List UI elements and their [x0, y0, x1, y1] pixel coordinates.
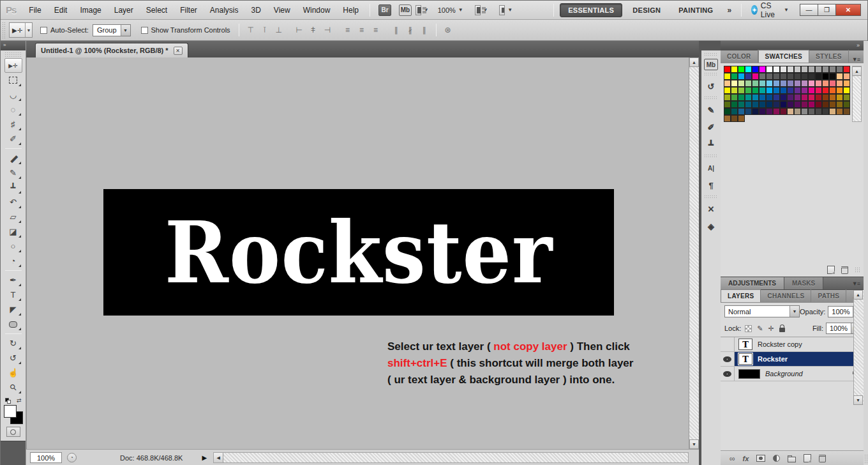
new-adjustment-layer-icon[interactable] [773, 455, 780, 462]
collapse-panels-icon[interactable]: » [857, 41, 860, 50]
chevron-down-icon[interactable]: ▼ [507, 7, 513, 13]
panel-menu-icon[interactable]: ▼≡ [852, 56, 864, 63]
swatch[interactable] [773, 73, 780, 80]
swatch[interactable] [773, 80, 780, 87]
tab-color[interactable]: COLOR [721, 50, 758, 63]
align-bottom-edges-icon[interactable]: ⊥ [273, 24, 285, 36]
swatch[interactable] [759, 101, 766, 108]
swatch[interactable] [724, 115, 731, 122]
minimize-button[interactable]: — [800, 4, 818, 16]
swatch[interactable] [752, 73, 759, 80]
view-extras-icon[interactable] [415, 5, 421, 15]
default-colors-icon[interactable] [5, 398, 11, 404]
swatch[interactable] [731, 66, 738, 73]
swatch[interactable] [836, 66, 843, 73]
scroll-down-icon[interactable]: ▼ [689, 439, 699, 449]
swatch[interactable] [731, 94, 738, 101]
swatch[interactable] [801, 80, 808, 87]
auto-select-dropdown[interactable]: Group ▼ [93, 24, 131, 36]
foreground-color-swatch[interactable] [4, 405, 17, 418]
swatch[interactable] [759, 80, 766, 87]
swatch[interactable] [808, 73, 815, 80]
swatch[interactable] [766, 87, 773, 94]
swatch[interactable] [766, 94, 773, 101]
panel-icon-3d[interactable]: ◈ [703, 218, 719, 234]
visibility-toggle[interactable] [721, 352, 735, 366]
tool-move[interactable]: ▶✛ [4, 58, 22, 73]
tool-quick-selection[interactable]: ◌ [4, 102, 22, 117]
document-tab[interactable]: Untitled-1 @ 100% (Rockster, RGB/8) * ✕ [35, 43, 188, 57]
drag-grip[interactable] [704, 154, 718, 158]
swatch[interactable] [738, 108, 745, 115]
tool-eraser[interactable]: ▱ [4, 210, 22, 224]
swatch[interactable] [843, 108, 850, 115]
blend-mode-dropdown[interactable]: Normal ▼ [724, 305, 800, 317]
tab-paths[interactable]: PATHS [811, 289, 846, 302]
tool-hand[interactable]: ☝ [4, 365, 22, 380]
swatch[interactable] [731, 101, 738, 108]
distribute-horizontal-centers-icon[interactable]: ∦ [404, 24, 417, 36]
tool-path-selection[interactable]: ◤ [4, 302, 22, 317]
swatch[interactable] [759, 73, 766, 80]
menu-view[interactable]: View [267, 3, 297, 17]
visibility-toggle[interactable] [721, 367, 735, 381]
swatch[interactable] [787, 87, 794, 94]
swatch[interactable] [766, 66, 773, 73]
swatch[interactable] [794, 66, 801, 73]
swatch[interactable] [843, 73, 850, 80]
swatch[interactable] [724, 73, 731, 80]
swatch[interactable] [801, 66, 808, 73]
swatch[interactable] [822, 94, 829, 101]
tool-blur[interactable]: ○ [4, 239, 22, 254]
scroll-down-icon[interactable]: ▼ [853, 395, 863, 405]
align-horizontal-centers-icon[interactable]: ǂ [307, 24, 320, 36]
swatch[interactable] [780, 101, 787, 108]
chevron-down-icon[interactable]: ▼ [789, 306, 799, 317]
distribute-vertical-centers-icon[interactable]: ≡ [355, 24, 368, 36]
auto-align-layers-icon[interactable]: ⊛ [442, 24, 454, 36]
swatch[interactable] [759, 94, 766, 101]
swatch[interactable] [773, 108, 780, 115]
swatch[interactable] [766, 101, 773, 108]
swatch[interactable] [724, 80, 731, 87]
chevron-down-icon[interactable]: ▼ [458, 7, 463, 13]
swatch[interactable] [752, 108, 759, 115]
swatch[interactable] [787, 73, 794, 80]
tool-pen[interactable]: ✒ [4, 273, 22, 287]
lock-pixels-icon[interactable]: ✎ [757, 324, 763, 333]
scroll-left-icon[interactable]: ◀ [214, 453, 223, 462]
tool-history-brush[interactable]: ↶ [4, 195, 22, 210]
horizontal-scrollbar[interactable]: ◀ [213, 452, 689, 463]
swatch[interactable] [794, 73, 801, 80]
tool-zoom[interactable]: ⚲ [4, 380, 22, 395]
delete-swatch-icon[interactable] [841, 266, 848, 274]
swatch[interactable] [724, 87, 731, 94]
current-tool-button[interactable]: ▶✛ ▼ [9, 22, 33, 38]
align-right-edges-icon[interactable]: ⊣ [321, 24, 334, 36]
swatch[interactable] [731, 115, 738, 122]
swatch[interactable] [787, 108, 794, 115]
swatch[interactable] [822, 101, 829, 108]
swatch[interactable] [794, 94, 801, 101]
distribute-bottom-edges-icon[interactable]: ≡ [370, 24, 382, 36]
menu-layer[interactable]: Layer [108, 3, 140, 17]
lock-all-icon[interactable] [779, 328, 785, 332]
swatch[interactable] [794, 80, 801, 87]
swatch[interactable] [752, 87, 759, 94]
swatch[interactable] [738, 101, 745, 108]
new-layer-icon[interactable] [804, 454, 811, 462]
text-layer-thumbnail[interactable]: T [738, 339, 752, 350]
swatch[interactable] [808, 66, 815, 73]
swatch[interactable] [752, 80, 759, 87]
swatch[interactable] [843, 66, 850, 73]
zoom-level-control[interactable]: 100% [438, 6, 456, 14]
swatch[interactable] [731, 87, 738, 94]
swatch[interactable] [773, 66, 780, 73]
screen-mode-icon[interactable] [499, 5, 505, 15]
swatch[interactable] [731, 73, 738, 80]
swatch[interactable] [745, 101, 752, 108]
new-group-icon[interactable] [788, 457, 796, 462]
swatch[interactable] [780, 73, 787, 80]
panel-icon-mini-bridge[interactable]: Mb [704, 59, 718, 70]
swatch[interactable] [773, 87, 780, 94]
